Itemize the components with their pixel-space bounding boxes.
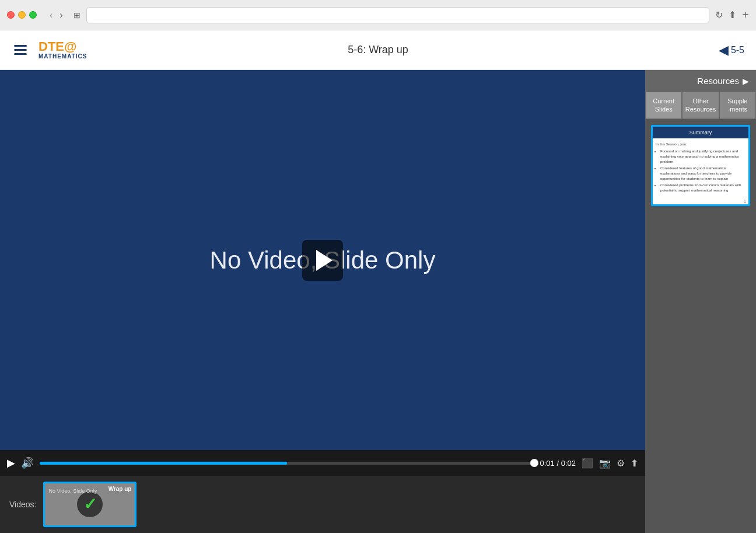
control-right-buttons: ⬛ 📷 ⚙ ⬆ [582,458,638,469]
video-player[interactable]: No Video, Slide Only [0,70,645,450]
share-button[interactable]: ⬆ [729,9,736,20]
play-overlay-button[interactable] [302,240,343,281]
nav-forward-button[interactable]: › [57,9,65,22]
video-area: No Video, Slide Only ▶ 🔊 0:01 / [0,70,645,533]
time-display: 0:01 / 0:02 [540,459,576,468]
volume-icon: 🔊 [21,457,34,469]
nav-prev-arrow-icon[interactable]: ◀ [719,43,729,58]
nav-back-button[interactable]: ‹ [47,9,55,22]
slide-body: In this Session, you: Focused on making … [653,138,748,198]
logo-math: MATHEMATICS [38,53,87,60]
main-content: No Video, Slide Only ▶ 🔊 0:01 / [0,70,756,533]
header-nav: ◀ 5-5 [719,43,744,58]
video-controls: ▶ 🔊 0:01 / 0:02 ⬛ 📷 ⚙ ⬆ [0,450,645,476]
video-thumbnail[interactable]: No Video, Slide Only Wrap up ✓ [43,482,136,527]
tab-current-slides[interactable]: CurrentSlides [645,92,682,119]
browser-chrome: ‹ › ⊞ ↻ ⬆ + [0,0,756,30]
volume-button[interactable]: 🔊 [21,458,34,468]
slide-intro: In this Session, you: [656,142,746,147]
address-bar[interactable] [86,7,710,23]
slide-footer: 1 [653,198,748,204]
hamburger-line-1 [14,45,27,47]
resources-title: Resources [697,76,739,86]
slide-bullet-3: Considered problems from curriculum mate… [660,183,746,193]
hamburger-line-2 [14,49,27,51]
export-icon[interactable]: ⬆ [631,458,638,469]
checkmark-circle: ✓ [77,492,103,517]
resources-tabs: CurrentSlides OtherResources Supple-ment… [645,92,756,119]
time-current: 0:01 [540,459,555,468]
hamburger-line-3 [14,53,27,55]
browser-actions: ⬆ [729,9,736,20]
slide-bullet-2: Considered features of good mathematical… [660,166,746,182]
gear-icon[interactable]: ⚙ [617,458,625,469]
traffic-lights [7,11,37,19]
nav-prev-label: 5-5 [731,45,744,55]
slide-header: Summary [653,127,748,138]
resources-arrow-icon: ▶ [743,76,749,86]
nav-buttons: ‹ › [47,9,65,22]
app-container: DTE@ MATHEMATICS 5-6: Wrap up ◀ 5-5 No V… [0,30,756,533]
fullscreen-icon[interactable]: ⬛ [582,458,593,469]
thumb-text: No Video, Slide Only [48,488,97,494]
tab-other-resources[interactable]: OtherResources [682,92,719,119]
window-icon-button[interactable]: ⊞ [74,11,80,20]
videos-label: Videos: [9,500,36,509]
checkmark-icon: ✓ [83,496,97,513]
traffic-light-green[interactable] [29,11,37,19]
page-title: 5-6: Wrap up [348,44,408,56]
resources-header: Resources ▶ [645,70,756,92]
slide-page-num: 1 [744,199,746,203]
progress-thumb [530,459,538,467]
video-strip: Videos: No Video, Slide Only Wrap up ✓ [0,476,645,533]
traffic-light-red[interactable] [7,11,15,19]
progress-fill [40,462,287,465]
hamburger-button[interactable] [12,43,29,57]
refresh-button[interactable]: ↻ [715,9,723,20]
slide-bullet-1: Focused on making and justifying conject… [660,149,746,165]
thumb-label: Wrap up [108,486,132,492]
slide-thumbnail[interactable]: Summary In this Session, you: Focused on… [651,125,750,206]
resources-content: Summary In this Session, you: Focused on… [645,119,756,533]
add-tab-button[interactable]: + [742,8,749,22]
time-total: 0:02 [561,459,576,468]
camera-icon[interactable]: 📷 [599,458,611,469]
play-triangle-icon [316,250,332,271]
logo: DTE@ MATHEMATICS [38,40,87,60]
resources-panel: Resources ▶ CurrentSlides OtherResources… [645,70,756,533]
progress-bar[interactable] [40,462,534,465]
play-button[interactable]: ▶ [7,458,15,468]
video-thumb-inner: No Video, Slide Only Wrap up ✓ [45,483,135,525]
logo-dte: DTE@ [38,40,87,53]
traffic-light-yellow[interactable] [18,11,26,19]
time-separator: / [556,459,561,468]
tab-supplements[interactable]: Supple-ments [719,92,756,119]
app-header: DTE@ MATHEMATICS 5-6: Wrap up ◀ 5-5 [0,30,756,70]
